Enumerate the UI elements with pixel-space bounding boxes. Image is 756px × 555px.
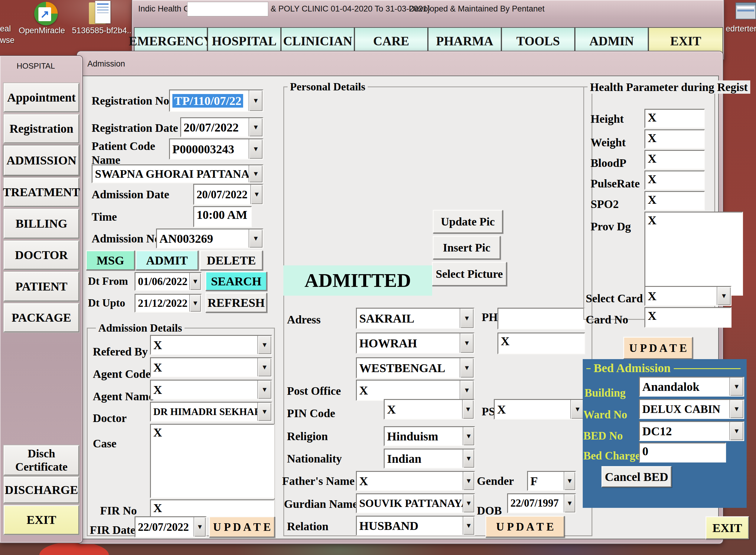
registration-no-combo[interactable]: TP/110/07/22 ▼: [169, 89, 263, 112]
tab-pharma[interactable]: PHARMA: [428, 27, 501, 55]
admission-exit-button[interactable]: EXIT: [706, 516, 749, 539]
address2-combo[interactable]: HOWRAH ▼: [356, 333, 474, 354]
ph2-field[interactable]: X: [497, 333, 585, 354]
tab-emergency[interactable]: EMERGENCY: [134, 27, 207, 55]
address1-combo[interactable]: SAKRAIL ▼: [356, 308, 474, 329]
admission-no-combo[interactable]: AN003269 ▼: [156, 228, 263, 249]
time-field[interactable]: 10:00 AM: [193, 206, 252, 227]
provdg-field[interactable]: X: [644, 212, 743, 296]
height-field[interactable]: X: [644, 109, 705, 128]
spo2-field[interactable]: X: [644, 191, 705, 210]
father-name-combo[interactable]: X ▼: [356, 471, 475, 491]
fir-no-field[interactable]: X: [150, 499, 275, 517]
refresh-button[interactable]: REFRESH: [205, 293, 267, 312]
tab-clinician[interactable]: CLINICIAN: [281, 27, 354, 55]
titlebar-input-box[interactable]: [187, 2, 268, 16]
dob-dropdown-icon[interactable]: ▼: [564, 494, 575, 512]
admission-titlebar[interactable]: Admission: [87, 59, 125, 69]
sidebar-item-admission[interactable]: ADMISSION: [4, 145, 79, 176]
fir-date-dropdown-icon[interactable]: ▼: [194, 517, 206, 537]
ps-combo[interactable]: X ▼: [494, 399, 585, 420]
address2-dropdown-icon[interactable]: ▼: [460, 333, 473, 353]
dt-upto-combo[interactable]: 21/12/2022 ▼: [134, 294, 202, 312]
tab-admin[interactable]: ADMIN: [575, 27, 648, 55]
desktop-icon-window-thumbnail[interactable]: [736, 2, 756, 19]
cancel-bed-button[interactable]: Cancel BED: [601, 466, 672, 487]
sidebar-item-appointment[interactable]: Appointment: [4, 83, 79, 112]
ward-no-combo[interactable]: DELUX CABIN ▼: [639, 399, 744, 419]
case-field[interactable]: X: [150, 424, 275, 498]
admission-date-combo[interactable]: 20/07/2022 ▼: [193, 184, 263, 205]
doctor-dropdown-icon[interactable]: ▼: [257, 403, 271, 421]
sidebar-item-patient[interactable]: PATIENT: [4, 272, 79, 301]
post-office-combo[interactable]: X ▼: [356, 380, 474, 401]
delete-button[interactable]: DELETE: [200, 250, 263, 270]
insert-pic-button[interactable]: Insert Pic: [433, 236, 501, 259]
agent-code-combo[interactable]: X ▼: [150, 357, 272, 377]
ward-no-dropdown-icon[interactable]: ▼: [729, 400, 743, 418]
religion-dropdown-icon[interactable]: ▼: [463, 427, 474, 445]
search-button[interactable]: SEARCH: [205, 271, 267, 291]
admission-no-dropdown-icon[interactable]: ▼: [249, 229, 262, 248]
religion-combo[interactable]: Hinduism ▼: [384, 426, 475, 446]
sidebar-item-package[interactable]: PACKAGE: [4, 303, 79, 332]
sidebar-exit-button[interactable]: EXIT: [4, 505, 79, 535]
card-update-button[interactable]: U P D A T E: [623, 337, 693, 359]
relation-combo[interactable]: HUSBAND ▼: [356, 516, 475, 536]
patient-name-dropdown-icon[interactable]: ▼: [249, 165, 262, 182]
tab-exit[interactable]: EXIT: [648, 27, 723, 55]
agent-name-combo[interactable]: X ▼: [150, 380, 272, 400]
tab-tools[interactable]: TOOLS: [501, 27, 575, 55]
dob-combo[interactable]: 22/07/1997 ▼: [507, 493, 576, 513]
agent-code-dropdown-icon[interactable]: ▼: [257, 358, 271, 376]
pin-code-combo[interactable]: X ▼: [384, 399, 474, 420]
bed-no-combo[interactable]: DC12 ▼: [639, 421, 744, 441]
address3-dropdown-icon[interactable]: ▼: [460, 358, 473, 378]
patient-name-combo[interactable]: SWAPNA GHORAI PATTANAYA ▼: [92, 164, 263, 183]
dt-from-combo[interactable]: 01/06/2022 ▼: [134, 272, 202, 291]
address1-dropdown-icon[interactable]: ▼: [460, 309, 473, 328]
sidebar-item-doctor[interactable]: DOCTOR: [4, 241, 79, 270]
fir-update-button[interactable]: U P D A T E: [209, 516, 275, 538]
sidebar-item-billing[interactable]: BILLING: [4, 209, 79, 239]
relation-dropdown-icon[interactable]: ▼: [463, 517, 474, 535]
doctor-combo[interactable]: DR HIMADRI SEKHAR KA ▼: [150, 402, 272, 422]
card-no-field[interactable]: X: [644, 307, 731, 328]
guardian-name-combo[interactable]: SOUVIK PATTANAYA ▼: [356, 493, 475, 513]
fir-date-combo[interactable]: 22/07/2022 ▼: [134, 516, 207, 538]
personal-update-button[interactable]: U P D A T E: [485, 516, 564, 538]
registration-no-dropdown-icon[interactable]: ▼: [249, 90, 262, 111]
ps-dropdown-icon[interactable]: ▼: [570, 400, 584, 419]
refered-by-dropdown-icon[interactable]: ▼: [257, 336, 271, 354]
sidebar-item-discharge[interactable]: DISCHARGE: [4, 477, 79, 503]
sidebar-item-disch-certificate[interactable]: Disch Certificate: [4, 445, 79, 475]
building-dropdown-icon[interactable]: ▼: [729, 378, 743, 396]
gender-combo[interactable]: F ▼: [527, 471, 576, 491]
patient-code-combo[interactable]: P000003243 ▼: [169, 138, 263, 160]
tab-hospital[interactable]: HOSPITAL: [207, 27, 281, 55]
guardian-name-dropdown-icon[interactable]: ▼: [463, 494, 474, 512]
bloodp-field[interactable]: X: [644, 150, 705, 169]
agent-name-dropdown-icon[interactable]: ▼: [257, 381, 271, 399]
admission-date-dropdown-icon[interactable]: ▼: [250, 185, 262, 204]
tab-care[interactable]: CARE: [354, 27, 428, 55]
msg-button[interactable]: MSG: [86, 250, 135, 270]
weight-field[interactable]: X: [644, 129, 705, 149]
update-pic-button[interactable]: Update Pic: [433, 210, 503, 233]
patient-code-dropdown-icon[interactable]: ▼: [249, 139, 262, 159]
admit-button[interactable]: ADMIT: [135, 250, 198, 270]
dt-from-dropdown-icon[interactable]: ▼: [189, 273, 201, 290]
select-picture-button[interactable]: Select Picture: [432, 262, 507, 286]
pulserate-field[interactable]: X: [644, 170, 705, 190]
sidebar-titlebar[interactable]: HOSPITAL: [17, 61, 55, 71]
address3-combo[interactable]: WESTBENGAL ▼: [356, 357, 474, 379]
bed-no-dropdown-icon[interactable]: ▼: [729, 422, 743, 440]
select-card-combo[interactable]: X ▼: [644, 286, 731, 306]
registration-date-combo[interactable]: 20/07/2022 ▼: [180, 117, 263, 137]
pin-code-dropdown-icon[interactable]: ▼: [462, 400, 473, 419]
ph-field[interactable]: [497, 308, 585, 330]
bed-charge-field[interactable]: 0: [639, 442, 726, 463]
sidebar-item-treatment[interactable]: TREATMENT: [4, 178, 79, 207]
building-combo[interactable]: Anandalok ▼: [639, 377, 744, 397]
dt-upto-dropdown-icon[interactable]: ▼: [189, 295, 201, 312]
